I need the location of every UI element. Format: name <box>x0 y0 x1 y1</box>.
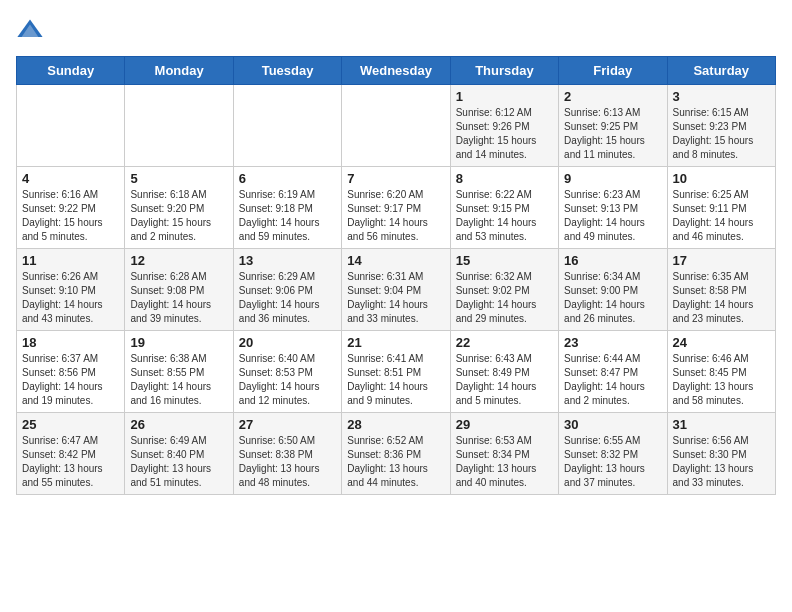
day-info: Sunrise: 6:15 AM Sunset: 9:23 PM Dayligh… <box>673 106 770 162</box>
day-number: 10 <box>673 171 770 186</box>
calendar-table: SundayMondayTuesdayWednesdayThursdayFrid… <box>16 56 776 495</box>
day-info: Sunrise: 6:34 AM Sunset: 9:00 PM Dayligh… <box>564 270 661 326</box>
day-info: Sunrise: 6:25 AM Sunset: 9:11 PM Dayligh… <box>673 188 770 244</box>
day-number: 3 <box>673 89 770 104</box>
day-info: Sunrise: 6:55 AM Sunset: 8:32 PM Dayligh… <box>564 434 661 490</box>
calendar-cell: 1Sunrise: 6:12 AM Sunset: 9:26 PM Daylig… <box>450 85 558 167</box>
day-number: 18 <box>22 335 119 350</box>
day-info: Sunrise: 6:22 AM Sunset: 9:15 PM Dayligh… <box>456 188 553 244</box>
calendar-cell: 10Sunrise: 6:25 AM Sunset: 9:11 PM Dayli… <box>667 167 775 249</box>
day-number: 14 <box>347 253 444 268</box>
header-cell-saturday: Saturday <box>667 57 775 85</box>
header-cell-sunday: Sunday <box>17 57 125 85</box>
day-info: Sunrise: 6:44 AM Sunset: 8:47 PM Dayligh… <box>564 352 661 408</box>
day-info: Sunrise: 6:49 AM Sunset: 8:40 PM Dayligh… <box>130 434 227 490</box>
header-cell-thursday: Thursday <box>450 57 558 85</box>
day-info: Sunrise: 6:12 AM Sunset: 9:26 PM Dayligh… <box>456 106 553 162</box>
day-info: Sunrise: 6:32 AM Sunset: 9:02 PM Dayligh… <box>456 270 553 326</box>
day-number: 11 <box>22 253 119 268</box>
day-number: 23 <box>564 335 661 350</box>
day-number: 21 <box>347 335 444 350</box>
day-number: 24 <box>673 335 770 350</box>
calendar-cell: 19Sunrise: 6:38 AM Sunset: 8:55 PM Dayli… <box>125 331 233 413</box>
day-info: Sunrise: 6:47 AM Sunset: 8:42 PM Dayligh… <box>22 434 119 490</box>
day-info: Sunrise: 6:29 AM Sunset: 9:06 PM Dayligh… <box>239 270 336 326</box>
calendar-cell: 30Sunrise: 6:55 AM Sunset: 8:32 PM Dayli… <box>559 413 667 495</box>
calendar-cell: 11Sunrise: 6:26 AM Sunset: 9:10 PM Dayli… <box>17 249 125 331</box>
header-cell-tuesday: Tuesday <box>233 57 341 85</box>
calendar-header: SundayMondayTuesdayWednesdayThursdayFrid… <box>17 57 776 85</box>
day-info: Sunrise: 6:13 AM Sunset: 9:25 PM Dayligh… <box>564 106 661 162</box>
day-info: Sunrise: 6:41 AM Sunset: 8:51 PM Dayligh… <box>347 352 444 408</box>
day-number: 19 <box>130 335 227 350</box>
calendar-cell: 27Sunrise: 6:50 AM Sunset: 8:38 PM Dayli… <box>233 413 341 495</box>
week-row-5: 25Sunrise: 6:47 AM Sunset: 8:42 PM Dayli… <box>17 413 776 495</box>
day-info: Sunrise: 6:23 AM Sunset: 9:13 PM Dayligh… <box>564 188 661 244</box>
day-info: Sunrise: 6:35 AM Sunset: 8:58 PM Dayligh… <box>673 270 770 326</box>
day-number: 17 <box>673 253 770 268</box>
calendar-cell: 6Sunrise: 6:19 AM Sunset: 9:18 PM Daylig… <box>233 167 341 249</box>
calendar-cell: 25Sunrise: 6:47 AM Sunset: 8:42 PM Dayli… <box>17 413 125 495</box>
calendar-cell: 13Sunrise: 6:29 AM Sunset: 9:06 PM Dayli… <box>233 249 341 331</box>
calendar-cell: 16Sunrise: 6:34 AM Sunset: 9:00 PM Dayli… <box>559 249 667 331</box>
header-cell-monday: Monday <box>125 57 233 85</box>
day-info: Sunrise: 6:19 AM Sunset: 9:18 PM Dayligh… <box>239 188 336 244</box>
day-number: 16 <box>564 253 661 268</box>
day-number: 28 <box>347 417 444 432</box>
day-number: 12 <box>130 253 227 268</box>
day-number: 20 <box>239 335 336 350</box>
header-row: SundayMondayTuesdayWednesdayThursdayFrid… <box>17 57 776 85</box>
calendar-cell: 20Sunrise: 6:40 AM Sunset: 8:53 PM Dayli… <box>233 331 341 413</box>
page-header <box>16 16 776 44</box>
calendar-cell: 21Sunrise: 6:41 AM Sunset: 8:51 PM Dayli… <box>342 331 450 413</box>
day-info: Sunrise: 6:37 AM Sunset: 8:56 PM Dayligh… <box>22 352 119 408</box>
calendar-cell: 8Sunrise: 6:22 AM Sunset: 9:15 PM Daylig… <box>450 167 558 249</box>
calendar-cell: 3Sunrise: 6:15 AM Sunset: 9:23 PM Daylig… <box>667 85 775 167</box>
day-number: 27 <box>239 417 336 432</box>
calendar-cell <box>125 85 233 167</box>
day-info: Sunrise: 6:46 AM Sunset: 8:45 PM Dayligh… <box>673 352 770 408</box>
calendar-cell: 31Sunrise: 6:56 AM Sunset: 8:30 PM Dayli… <box>667 413 775 495</box>
calendar-cell: 7Sunrise: 6:20 AM Sunset: 9:17 PM Daylig… <box>342 167 450 249</box>
day-info: Sunrise: 6:26 AM Sunset: 9:10 PM Dayligh… <box>22 270 119 326</box>
calendar-cell: 12Sunrise: 6:28 AM Sunset: 9:08 PM Dayli… <box>125 249 233 331</box>
calendar-cell <box>233 85 341 167</box>
calendar-cell: 18Sunrise: 6:37 AM Sunset: 8:56 PM Dayli… <box>17 331 125 413</box>
day-number: 8 <box>456 171 553 186</box>
week-row-3: 11Sunrise: 6:26 AM Sunset: 9:10 PM Dayli… <box>17 249 776 331</box>
calendar-cell: 15Sunrise: 6:32 AM Sunset: 9:02 PM Dayli… <box>450 249 558 331</box>
day-info: Sunrise: 6:31 AM Sunset: 9:04 PM Dayligh… <box>347 270 444 326</box>
calendar-cell: 28Sunrise: 6:52 AM Sunset: 8:36 PM Dayli… <box>342 413 450 495</box>
day-info: Sunrise: 6:53 AM Sunset: 8:34 PM Dayligh… <box>456 434 553 490</box>
day-number: 5 <box>130 171 227 186</box>
day-number: 15 <box>456 253 553 268</box>
calendar-cell: 9Sunrise: 6:23 AM Sunset: 9:13 PM Daylig… <box>559 167 667 249</box>
calendar-cell: 23Sunrise: 6:44 AM Sunset: 8:47 PM Dayli… <box>559 331 667 413</box>
day-number: 31 <box>673 417 770 432</box>
week-row-1: 1Sunrise: 6:12 AM Sunset: 9:26 PM Daylig… <box>17 85 776 167</box>
day-number: 1 <box>456 89 553 104</box>
day-info: Sunrise: 6:50 AM Sunset: 8:38 PM Dayligh… <box>239 434 336 490</box>
logo <box>16 16 48 44</box>
calendar-cell: 22Sunrise: 6:43 AM Sunset: 8:49 PM Dayli… <box>450 331 558 413</box>
day-number: 6 <box>239 171 336 186</box>
day-info: Sunrise: 6:52 AM Sunset: 8:36 PM Dayligh… <box>347 434 444 490</box>
day-number: 30 <box>564 417 661 432</box>
calendar-cell: 26Sunrise: 6:49 AM Sunset: 8:40 PM Dayli… <box>125 413 233 495</box>
logo-icon <box>16 16 44 44</box>
day-number: 25 <box>22 417 119 432</box>
week-row-4: 18Sunrise: 6:37 AM Sunset: 8:56 PM Dayli… <box>17 331 776 413</box>
day-info: Sunrise: 6:16 AM Sunset: 9:22 PM Dayligh… <box>22 188 119 244</box>
day-number: 22 <box>456 335 553 350</box>
day-number: 29 <box>456 417 553 432</box>
calendar-cell: 17Sunrise: 6:35 AM Sunset: 8:58 PM Dayli… <box>667 249 775 331</box>
day-number: 26 <box>130 417 227 432</box>
calendar-cell: 24Sunrise: 6:46 AM Sunset: 8:45 PM Dayli… <box>667 331 775 413</box>
header-cell-wednesday: Wednesday <box>342 57 450 85</box>
calendar-cell <box>17 85 125 167</box>
day-number: 7 <box>347 171 444 186</box>
calendar-cell: 29Sunrise: 6:53 AM Sunset: 8:34 PM Dayli… <box>450 413 558 495</box>
calendar-cell: 14Sunrise: 6:31 AM Sunset: 9:04 PM Dayli… <box>342 249 450 331</box>
day-info: Sunrise: 6:40 AM Sunset: 8:53 PM Dayligh… <box>239 352 336 408</box>
day-info: Sunrise: 6:18 AM Sunset: 9:20 PM Dayligh… <box>130 188 227 244</box>
